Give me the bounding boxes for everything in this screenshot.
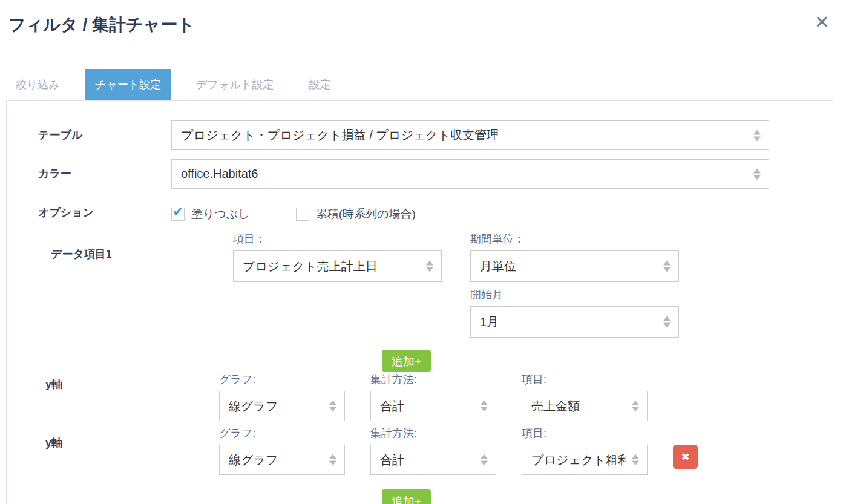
item-group: 項目: 売上金額	[522, 372, 648, 421]
chart-settings-panel: テーブル プロジェクト・プロジェクト損益 / プロジェクト収支管理 カラー of…	[6, 100, 833, 504]
graph-type-value: 線グラフ	[229, 398, 278, 414]
aggregation-method-value: 合計	[380, 398, 404, 414]
select-arrows-icon	[632, 454, 639, 466]
y-item-value: プロジェクト粗利	[531, 452, 626, 468]
options-content: ✔ 塗りつぶし 累積(時系列の場合)	[171, 205, 416, 222]
select-arrows-icon	[481, 401, 488, 412]
table-row: テーブル プロジェクト・プロジェクト損益 / プロジェクト収支管理	[7, 120, 833, 150]
tab-filtering[interactable]: 絞り込み	[6, 69, 70, 100]
table-select-value: プロジェクト・プロジェクト損益 / プロジェクト収支管理	[181, 127, 499, 143]
aggregation-method-select[interactable]: 合計	[370, 391, 496, 421]
fill-checkbox-label: 塗りつぶし	[191, 206, 250, 222]
options-row: オプション ✔ 塗りつぶし 累積(時系列の場合)	[7, 205, 833, 222]
y-item-select[interactable]: プロジェクト粗利	[522, 445, 648, 475]
item-field-label: 項目：	[233, 232, 442, 246]
add-y-axis-row: 追加+	[382, 489, 833, 504]
select-arrows-icon	[663, 316, 671, 328]
graph-type-select[interactable]: 線グラフ	[219, 445, 345, 475]
cumulative-checkbox[interactable]	[296, 208, 309, 221]
select-arrows-icon	[632, 401, 639, 412]
data-item1-row: データ項目1 項目： プロジェクト売上計上日 期間単位： 月単位 開始月 1月	[7, 232, 833, 338]
add-y-axis-button[interactable]: 追加+	[382, 489, 431, 504]
select-arrows-icon	[753, 129, 761, 141]
page-title: フィルタ / 集計チャート	[8, 13, 195, 36]
select-arrows-icon	[329, 401, 336, 412]
data-item1-label: データ項目1	[7, 232, 171, 338]
y-item-select[interactable]: 売上金額	[522, 391, 648, 421]
tab-chart-settings[interactable]: チャート設定	[85, 69, 171, 100]
item-field-label: 項目:	[522, 426, 648, 440]
add-data-item-button[interactable]: 追加+	[382, 350, 431, 372]
color-row: カラー office.Habitat6	[7, 159, 833, 189]
y-axis-row: y軸 グラフ: 線グラフ 集計方法: 合計 項目: プロジェクト粗利	[7, 426, 833, 475]
cumulative-checkbox-label: 累積(時系列の場合)	[316, 206, 416, 222]
close-icon[interactable]: ✕	[815, 13, 830, 31]
options-label: オプション	[7, 205, 171, 222]
graph-group: グラフ: 線グラフ	[219, 426, 345, 475]
y-axis-content: グラフ: 線グラフ 集計方法: 合計 項目: プロジェクト粗利	[219, 426, 698, 475]
select-arrows-icon	[663, 261, 671, 272]
select-arrows-icon	[481, 454, 488, 466]
graph-type-select[interactable]: 線グラフ	[219, 391, 345, 421]
graph-field-label: グラフ:	[219, 426, 345, 440]
aggregation-method-value: 合計	[380, 452, 404, 468]
data-item1-content: 項目： プロジェクト売上計上日 期間単位： 月単位 開始月 1月	[233, 232, 679, 338]
y-axis-label: y軸	[7, 372, 171, 421]
item-group: 項目: プロジェクト粗利	[522, 426, 648, 475]
start-month-select[interactable]: 1月	[470, 306, 679, 338]
data-item1-item-group: 項目： プロジェクト売上計上日	[233, 232, 442, 338]
delete-icon: ✖	[681, 451, 689, 463]
data-item1-item-select[interactable]: プロジェクト売上計上日	[233, 250, 442, 282]
check-icon: ✔	[172, 205, 183, 218]
item-field-label: 項目:	[522, 372, 648, 387]
tab-settings[interactable]: 設定	[299, 69, 340, 100]
tab-bar: 絞り込み チャート設定 デフォルト設定 設定	[6, 69, 843, 100]
start-month-value: 1月	[480, 314, 499, 330]
tab-default-settings[interactable]: デフォルト設定	[186, 69, 283, 100]
select-arrows-icon	[426, 261, 433, 272]
method-group: 集計方法: 合計	[370, 426, 496, 475]
graph-group: グラフ: 線グラフ	[219, 372, 345, 421]
y-axis-label: y軸	[7, 426, 171, 475]
period-unit-label: 期間単位：	[470, 232, 679, 246]
y-axis-content: グラフ: 線グラフ 集計方法: 合計 項目: 売上金額	[219, 372, 648, 421]
select-arrows-icon	[329, 454, 336, 466]
fill-checkbox[interactable]: ✔	[171, 208, 185, 221]
dialog-header: フィルタ / 集計チャート ✕	[0, 0, 843, 53]
y-axis-row: y軸 グラフ: 線グラフ 集計方法: 合計 項目: 売上金額	[7, 372, 833, 421]
select-arrows-icon	[753, 168, 761, 180]
add-data-item-row: 追加+	[382, 350, 833, 372]
data-item1-period-group: 期間単位： 月単位 開始月 1月	[470, 232, 679, 338]
graph-type-value: 線グラフ	[229, 452, 278, 468]
method-group: 集計方法: 合計	[370, 372, 496, 421]
data-item1-item-value: プロジェクト売上計上日	[243, 258, 378, 275]
method-field-label: 集計方法:	[370, 426, 496, 440]
period-unit-value: 月単位	[480, 258, 516, 275]
delete-y-axis-button[interactable]: ✖	[673, 445, 698, 469]
method-field-label: 集計方法:	[370, 372, 496, 387]
graph-field-label: グラフ:	[219, 372, 345, 387]
y-item-value: 売上金額	[531, 398, 580, 414]
table-select[interactable]: プロジェクト・プロジェクト損益 / プロジェクト収支管理	[171, 120, 769, 150]
table-label: テーブル	[7, 120, 171, 150]
color-select-value: office.Habitat6	[181, 167, 258, 181]
color-label: カラー	[7, 159, 171, 189]
color-select[interactable]: office.Habitat6	[171, 159, 769, 189]
start-month-label: 開始月	[470, 287, 679, 302]
aggregation-method-select[interactable]: 合計	[370, 445, 496, 475]
period-unit-select[interactable]: 月単位	[470, 250, 679, 282]
